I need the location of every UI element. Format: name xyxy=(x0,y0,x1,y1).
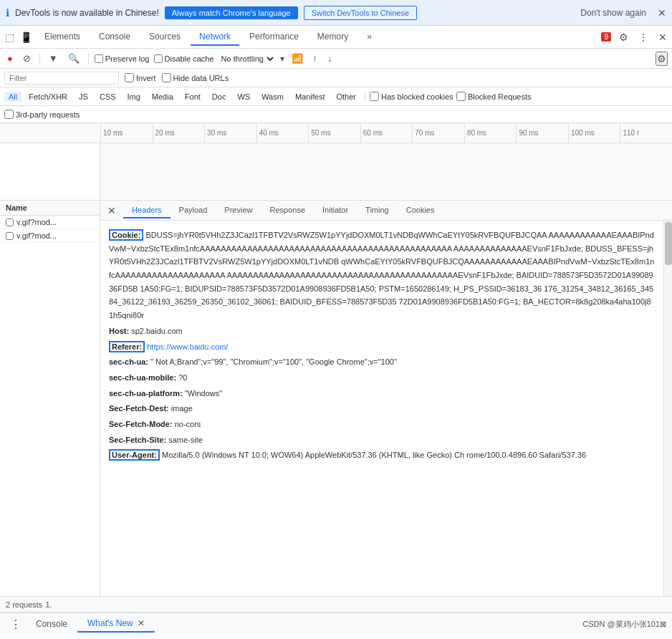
third-party-row: 3rd-party requests xyxy=(0,106,672,123)
filter-toggle-button[interactable]: ▼ xyxy=(46,52,61,65)
filter-js[interactable]: JS xyxy=(75,92,92,102)
bottom-bar: ⋮ Console What's New ✕ CSDN @菜鸡小张101⊠ xyxy=(0,612,672,635)
tab-memory[interactable]: Memory xyxy=(309,29,357,46)
filter-wasm[interactable]: Wasm xyxy=(257,92,288,102)
download-button[interactable]: ↓ xyxy=(325,52,335,65)
filter-font[interactable]: Font xyxy=(181,92,205,102)
filter-fetch-xhr[interactable]: Fetch/XHR xyxy=(24,92,72,102)
sec-fetch-site-value: same-site xyxy=(168,436,203,444)
preserve-log-label[interactable]: Preserve log xyxy=(95,54,150,63)
sec-fetch-site-label: Sec-Fetch-Site: xyxy=(109,436,166,444)
search-button[interactable]: 🔍 xyxy=(65,52,82,65)
filter-doc[interactable]: Doc xyxy=(208,92,231,102)
whats-new-tab-label: What's New xyxy=(87,618,133,628)
settings-button[interactable]: ⚙ xyxy=(617,29,630,45)
list-item-1[interactable]: v.gif?mod... xyxy=(0,216,100,229)
cookie-label: Cookie: xyxy=(109,229,143,241)
third-party-text: 3rd-party requests xyxy=(16,110,80,119)
item-2-checkbox[interactable] xyxy=(6,232,14,240)
requests-count: 2 requests xyxy=(6,600,42,609)
tab-response[interactable]: Response xyxy=(261,203,314,218)
list-item-2[interactable]: v.gif?mod... xyxy=(0,229,100,243)
info-bar-close[interactable]: ✕ xyxy=(658,7,666,19)
inspect-icon[interactable]: ⬚ xyxy=(3,29,16,45)
tab-console[interactable]: Console xyxy=(90,29,139,46)
close-devtools-button[interactable]: ✕ xyxy=(656,29,669,45)
third-party-checkbox[interactable] xyxy=(4,110,14,119)
referer-value[interactable]: https://www.baidu.com/ xyxy=(147,342,228,351)
tab-timing[interactable]: Timing xyxy=(357,203,398,218)
match-language-button[interactable]: Always match Chrome's language xyxy=(165,6,298,19)
panel-close-button[interactable]: ✕ xyxy=(103,203,120,218)
right-scrollbar[interactable] xyxy=(663,221,672,596)
user-agent-row: User-Agent: Mozilla/5.0 (Windows NT 10.0… xyxy=(109,448,655,462)
disable-cache-checkbox[interactable] xyxy=(154,54,163,63)
sec-fetch-site-row: Sec-Fetch-Site: same-site xyxy=(109,433,655,447)
timeline-area xyxy=(0,143,672,201)
sec-fetch-dest-value: image xyxy=(171,404,193,413)
tab-network[interactable]: Network xyxy=(191,29,239,46)
timeline-name-col xyxy=(0,143,100,200)
tab-payload[interactable]: Payload xyxy=(171,203,216,218)
filter-ws[interactable]: WS xyxy=(233,92,254,102)
tab-performance[interactable]: Performance xyxy=(241,29,307,46)
tick-20ms: 20 ms xyxy=(153,123,205,143)
throttle-select[interactable]: No throttling xyxy=(219,54,276,64)
filter-img[interactable]: Img xyxy=(123,92,145,102)
tick-30ms: 30 ms xyxy=(204,123,256,143)
preserve-log-checkbox[interactable] xyxy=(95,54,103,63)
more-options-button[interactable]: ⋮ xyxy=(636,29,651,45)
tab-headers[interactable]: Headers xyxy=(123,203,171,218)
blocked-requests-checkbox[interactable] xyxy=(456,92,466,101)
disable-cache-label[interactable]: Disable cache xyxy=(154,54,214,63)
referer-label: Referer: xyxy=(109,341,145,352)
third-party-label[interactable]: 3rd-party requests xyxy=(4,110,80,119)
has-blocked-cookies-label[interactable]: Has blocked cookies xyxy=(370,92,453,101)
scrollbar-thumb[interactable] xyxy=(665,222,672,265)
bottom-tab-console[interactable]: Console xyxy=(26,616,77,632)
blocked-requests-label[interactable]: Blocked Requests xyxy=(456,92,532,101)
invert-label[interactable]: Invert xyxy=(125,73,156,82)
invert-text: Invert xyxy=(136,74,156,82)
tab-preview[interactable]: Preview xyxy=(216,203,261,218)
upload-button[interactable]: ↑ xyxy=(310,52,321,65)
tab-elements[interactable]: Elements xyxy=(36,29,89,46)
error-badge: 9 xyxy=(601,32,611,42)
network-settings-button[interactable]: ⚙ xyxy=(656,52,668,66)
sec-fetch-mode-row: Sec-Fetch-Mode: no-cors xyxy=(109,418,655,431)
headers-content: Cookie: BDUSS=jhYR0t5VHh2Z3JCazl1TFBTV2V… xyxy=(100,221,663,596)
tab-sources[interactable]: Sources xyxy=(140,29,189,46)
sec-fetch-mode-value: no-cors xyxy=(175,420,201,428)
filter-css[interactable]: CSS xyxy=(95,92,120,102)
hide-data-urls-label[interactable]: Hide data URLs xyxy=(162,73,229,82)
has-blocked-cookies-checkbox[interactable] xyxy=(370,92,379,101)
dont-show-link[interactable]: Don't show again xyxy=(580,8,646,18)
bottom-menu-button[interactable]: ⋮ xyxy=(6,618,26,631)
switch-devtools-button[interactable]: Switch DevTools to Chinese xyxy=(304,6,417,20)
record-button[interactable]: ● xyxy=(4,52,16,65)
timeline-chart[interactable] xyxy=(100,143,672,200)
bottom-tab-whats-new[interactable]: What's New ✕ xyxy=(77,615,155,633)
device-icon[interactable]: 📱 xyxy=(18,29,34,45)
filter-input[interactable] xyxy=(4,72,119,85)
filter-manifest[interactable]: Manifest xyxy=(291,92,330,102)
invert-checkbox[interactable] xyxy=(125,73,134,82)
has-blocked-cookies-text: Has blocked cookies xyxy=(381,92,453,101)
tab-cookies[interactable]: Cookies xyxy=(398,203,443,218)
main-toolbar: ⬚ 📱 Elements Console Sources Network Per… xyxy=(0,26,672,49)
tab-more[interactable]: » xyxy=(358,29,380,46)
item-1-checkbox[interactable] xyxy=(6,218,14,226)
sec-ch-ua-platform-label: sec-ch-ua-platform: xyxy=(109,389,183,398)
network-toolbar: ● ⊘ ▼ 🔍 Preserve log Disable cache No th… xyxy=(0,49,672,69)
console-tab-label: Console xyxy=(36,619,67,629)
main-area: Name v.gif?mod... v.gif?mod... ✕ Headers… xyxy=(0,201,672,596)
filter-all[interactable]: All xyxy=(4,92,21,102)
wifi-icon[interactable]: 📶 xyxy=(289,52,306,65)
clear-button[interactable]: ⊘ xyxy=(20,52,34,65)
hide-data-urls-checkbox[interactable] xyxy=(162,73,171,82)
whats-new-close-button[interactable]: ✕ xyxy=(138,618,145,628)
filter-other[interactable]: Other xyxy=(332,92,360,102)
filter-media[interactable]: Media xyxy=(148,92,178,102)
tab-initiator[interactable]: Initiator xyxy=(314,203,357,218)
info-message: DevTools is now available in Chinese! xyxy=(15,8,159,18)
